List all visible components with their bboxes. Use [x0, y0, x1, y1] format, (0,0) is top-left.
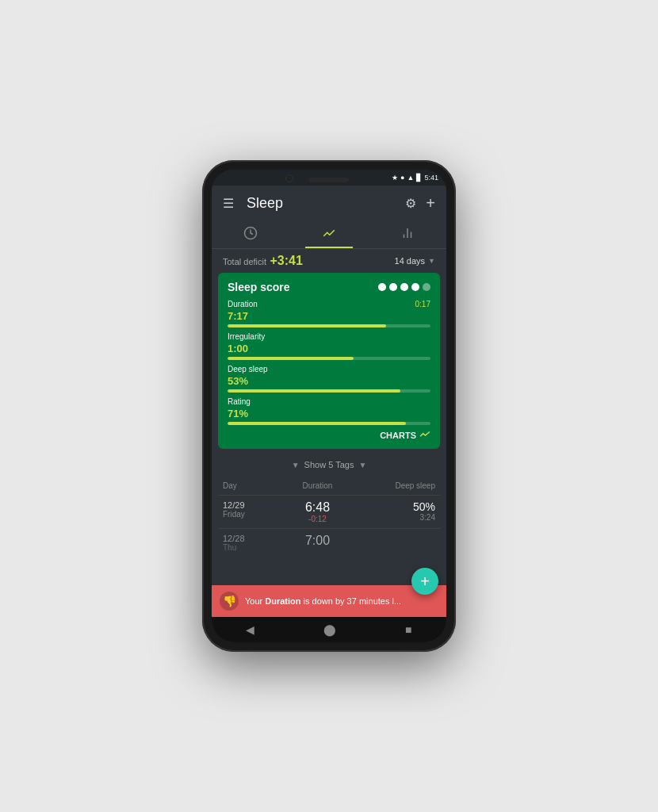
partial-duration-col: 7:00 — [278, 534, 357, 548]
battery-icon: ▊ — [416, 174, 422, 182]
tags-left-arrow-icon: ▼ — [292, 461, 300, 469]
wifi-icon: ● — [400, 174, 404, 182]
speaker — [309, 178, 349, 182]
bluetooth-icon: ★ — [392, 174, 398, 182]
row-duration-col: 6:48 -0:12 — [278, 500, 357, 523]
sleep-score-title: Sleep score — [228, 281, 290, 293]
sleep-card-header: Sleep score — [228, 281, 430, 293]
period-selector[interactable]: 14 days ▼ — [395, 256, 435, 266]
dot-2 — [389, 283, 397, 291]
tags-row[interactable]: ▼ Show 5 Tags ▼ — [212, 455, 446, 474]
metric-irregularity: Irregularity 1:00 — [228, 332, 430, 360]
table-row[interactable]: 12/29 Friday 6:48 -0:12 50% 3:24 — [212, 496, 446, 528]
row-deepsleep-pct: 50% — [357, 500, 435, 513]
period-value: 14 days — [395, 256, 426, 266]
charts-label: CHARTS — [380, 431, 416, 440]
app-bar: ☰ Sleep ⚙ + — [212, 186, 446, 220]
line-chart-icon — [322, 226, 336, 243]
rating-label: Rating — [228, 397, 251, 406]
main-content: Total deficit +3:41 14 days ▼ Sleep scor… — [212, 249, 446, 617]
irregularity-label: Irregularity — [228, 332, 265, 341]
duration-progress — [228, 324, 430, 327]
partial-date: 12/28 — [223, 534, 278, 543]
deficit-label: Total deficit — [223, 257, 266, 266]
tab-bar-chart[interactable] — [368, 220, 446, 248]
duration-value: 7:17 — [228, 310, 430, 322]
metric-duration: Duration 0:17 7:17 — [228, 300, 430, 327]
irregularity-value: 1:00 — [228, 343, 430, 354]
summary-row: Total deficit +3:41 14 days ▼ — [212, 249, 446, 273]
nav-home-button[interactable]: ⬤ — [323, 623, 336, 636]
col-day-label: Day — [223, 481, 237, 490]
sleep-score-card: Sleep score Duration 0:17 7:1 — [218, 273, 440, 449]
partial-duration: 7:00 — [278, 534, 357, 548]
irregularity-fill — [228, 357, 354, 360]
menu-button[interactable]: ☰ — [223, 196, 234, 211]
app-bar-actions: ⚙ + — [405, 194, 435, 213]
deficit-value: +3:41 — [270, 254, 302, 267]
row-deepsleep-time: 3:24 — [357, 513, 435, 522]
tab-line-chart[interactable] — [290, 220, 369, 248]
rating-value: 71% — [228, 408, 430, 419]
phone-screen: ★ ● ▲ ▊ 5:41 ☰ Sleep ⚙ + — [212, 170, 446, 642]
notif-thumb-icon: 👎 — [220, 592, 239, 611]
score-dots — [378, 283, 430, 291]
partial-day-col: 12/28 Thu — [223, 534, 278, 552]
col-deepsleep-label: Deep sleep — [395, 481, 435, 490]
nav-back-button[interactable]: ◀ — [246, 623, 254, 636]
row-deepsleep-col: 50% 3:24 — [357, 500, 435, 522]
fab-button[interactable]: + — [411, 568, 438, 595]
tab-clock[interactable] — [212, 220, 290, 248]
status-time: 5:41 — [424, 174, 438, 182]
nav-recent-button[interactable]: ■ — [405, 623, 411, 636]
tags-right-arrow-icon: ▼ — [358, 461, 366, 469]
row-duration-diff: -0:12 — [278, 515, 357, 523]
deep-sleep-label: Deep sleep — [228, 365, 268, 373]
table-row-partial[interactable]: 12/28 Thu 7:00 — [212, 529, 446, 557]
app-title: Sleep — [247, 195, 405, 212]
row-duration-main: 6:48 — [278, 500, 357, 515]
metric-rating: Rating 71% — [228, 397, 430, 425]
duration-fill — [228, 324, 386, 327]
dot-4 — [411, 283, 419, 291]
deep-sleep-fill — [228, 389, 400, 393]
nav-bar: ◀ ⬤ ■ — [212, 617, 446, 642]
dot-3 — [400, 283, 408, 291]
duration-change: 0:17 — [415, 300, 430, 308]
settings-button[interactable]: ⚙ — [405, 196, 416, 211]
row-day-col: 12/29 Friday — [223, 500, 278, 519]
duration-label: Duration — [228, 300, 258, 308]
thumbsdown-icon: 👎 — [223, 595, 236, 607]
row-weekday: Friday — [223, 510, 278, 519]
dot-1 — [378, 283, 386, 291]
deep-sleep-value: 53% — [228, 375, 430, 387]
dot-5 — [423, 283, 430, 291]
row-date: 12/29 — [223, 500, 278, 510]
camera — [285, 174, 293, 182]
metric-deep-sleep: Deep sleep 53% — [228, 365, 430, 393]
add-button[interactable]: + — [426, 194, 435, 213]
deep-sleep-progress — [228, 389, 430, 393]
tab-bar — [212, 220, 446, 249]
rating-progress — [228, 422, 430, 425]
clock-icon — [243, 226, 258, 243]
tags-label: Show 5 Tags — [304, 460, 354, 469]
notification-banner[interactable]: 👎 Your Duration is down by 37 minutes l.… — [212, 585, 446, 617]
bar-chart-icon — [400, 226, 415, 243]
charts-arrow-icon — [419, 430, 430, 441]
irregularity-progress — [228, 357, 430, 360]
notification-text: Your Duration is down by 37 minutes l... — [245, 596, 438, 606]
table-header: Day Duration Deep sleep — [212, 474, 446, 495]
deficit-section: Total deficit +3:41 — [223, 254, 303, 268]
signal-icon: ▲ — [407, 174, 415, 182]
partial-weekday: Thu — [223, 543, 278, 552]
dropdown-arrow-icon: ▼ — [428, 257, 435, 265]
rating-fill — [228, 422, 406, 425]
charts-link[interactable]: CHARTS — [228, 430, 430, 441]
col-duration-label: Duration — [303, 481, 333, 490]
phone-device: ★ ● ▲ ▊ 5:41 ☰ Sleep ⚙ + — [202, 160, 456, 652]
